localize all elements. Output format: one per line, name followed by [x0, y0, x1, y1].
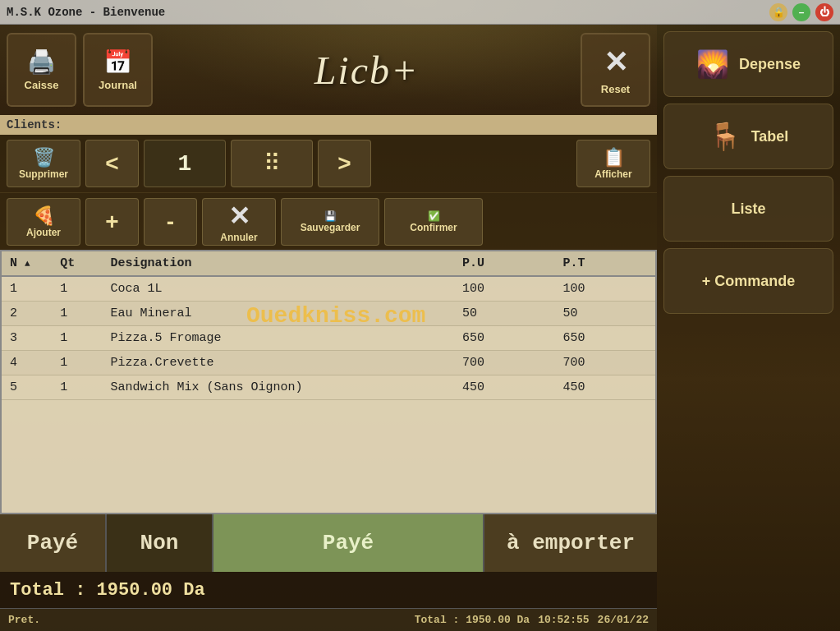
cell-designation: Pizza.5 Fromage	[102, 326, 454, 351]
col-header-qt[interactable]: Qt	[52, 251, 102, 276]
sauvegarder-button[interactable]: 💾 Sauvegarder	[281, 198, 379, 246]
title-bar-buttons: 🔒 – ⏻	[769, 3, 833, 21]
supprimer-button[interactable]: 🗑️ Supprimer	[7, 140, 80, 187]
clients-label: Clients:	[7, 118, 62, 131]
cell-pt: 700	[555, 351, 656, 375]
annuler-x-icon: ✕	[228, 200, 250, 232]
cell-n: 5	[2, 375, 52, 400]
client-number: 1	[144, 140, 226, 187]
close-button[interactable]: ⏻	[815, 3, 833, 21]
sauvegarder-label: Sauvegarder	[301, 222, 360, 233]
annuler-button[interactable]: ✕ Annuler	[202, 198, 276, 246]
minus-icon: -	[167, 209, 174, 235]
paye2-button[interactable]: Payé	[213, 514, 484, 572]
lock-button[interactable]: 🔒	[769, 3, 787, 21]
tabel-icon: 🪑	[709, 121, 741, 152]
emporter-label: à emporter	[507, 531, 635, 555]
grid-button[interactable]: ⠿	[231, 140, 313, 187]
save-icon: 💾	[324, 210, 337, 222]
ajouter-button[interactable]: 🍕 Ajouter	[7, 198, 80, 246]
trash-icon: 🗑️	[33, 147, 55, 168]
table-row[interactable]: 3 1 Pizza.5 Fromage 650 650	[2, 326, 655, 351]
total-amount: Total : 1950.00 Da	[10, 580, 205, 601]
confirmer-button[interactable]: ✅ Confirmer	[384, 198, 483, 246]
cell-designation: Coca 1L	[102, 276, 454, 302]
commande-button[interactable]: + Commande	[663, 248, 833, 314]
prev-icon: <	[105, 150, 118, 177]
payment-row: Payé Non Payé à emporter	[0, 514, 657, 572]
table-area: N ▲ Qt Designation P.U P.T 1 1 Coca 1L 1…	[0, 250, 657, 514]
supprimer-label: Supprimer	[19, 168, 68, 180]
col-header-des[interactable]: Designation	[102, 251, 454, 276]
left-panel: 🖨️ Caisse 📅 Journal Licb+ ✕ Reset Client…	[0, 25, 657, 631]
prev-button[interactable]: <	[85, 140, 139, 187]
journal-icon: 📅	[103, 48, 132, 76]
cell-n: 2	[2, 302, 52, 326]
cell-n: 3	[2, 326, 52, 351]
depense-icon: 🌄	[696, 48, 729, 80]
app-title: Licb+	[159, 48, 574, 93]
reset-label: Reset	[601, 83, 630, 95]
ajouter-label: Ajouter	[26, 227, 61, 238]
right-panel: 🌄 Depense 🪑 Tabel Liste + Commande	[657, 25, 840, 631]
cell-pu: 50	[454, 302, 554, 326]
table-row[interactable]: 2 1 Eau Mineral 50 50	[2, 302, 655, 326]
depense-label: Depense	[739, 56, 801, 73]
reset-button[interactable]: ✕ Reset	[581, 33, 650, 107]
paye1-button[interactable]: Payé	[0, 514, 107, 572]
non-button[interactable]: Non	[107, 514, 213, 572]
cell-qt: 1	[52, 302, 102, 326]
cell-pt: 100	[555, 276, 656, 302]
main-content: 🖨️ Caisse 📅 Journal Licb+ ✕ Reset Client…	[0, 25, 840, 631]
status-total: Total : 1950.00 Da	[415, 614, 530, 626]
table-row[interactable]: 1 1 Coca 1L 100 100	[2, 276, 655, 302]
plus-button[interactable]: +	[85, 198, 139, 246]
afficher-button[interactable]: 📋 Afficher	[576, 140, 650, 187]
next-button[interactable]: >	[318, 140, 371, 187]
depense-button[interactable]: 🌄 Depense	[663, 31, 833, 97]
tabel-button[interactable]: 🪑 Tabel	[663, 104, 833, 169]
data-table: N ▲ Qt Designation P.U P.T 1 1 Coca 1L 1…	[2, 251, 655, 400]
cell-n: 4	[2, 351, 52, 375]
liste-button[interactable]: Liste	[663, 176, 833, 242]
annuler-label: Annuler	[220, 232, 257, 243]
cell-pu: 650	[454, 326, 554, 351]
sort-arrow-n: ▲	[25, 259, 30, 269]
plus-icon: +	[105, 209, 118, 235]
confirm-icon: ✅	[428, 210, 440, 222]
paye1-label: Payé	[27, 531, 78, 555]
reset-x-icon: ✕	[604, 45, 628, 80]
commande-label: + Commande	[702, 273, 796, 290]
cell-qt: 1	[52, 326, 102, 351]
app-title-bar: M.S.K Ozone - Bienvenue	[7, 6, 165, 19]
liste-label: Liste	[731, 200, 765, 218]
ajouter-icon: 🍕	[33, 205, 55, 227]
cell-pu: 100	[454, 276, 554, 302]
col-header-pt[interactable]: P.T	[555, 251, 656, 276]
cell-qt: 1	[52, 375, 102, 400]
col-header-pu[interactable]: P.U	[454, 251, 554, 276]
tabel-label: Tabel	[751, 128, 789, 145]
pret-status: Pret.	[8, 614, 40, 626]
table-row[interactable]: 4 1 Pizza.Crevette 700 700	[2, 351, 655, 375]
journal-label: Journal	[99, 79, 137, 91]
status-date: 26/01/22	[598, 614, 649, 626]
afficher-icon: 📋	[603, 147, 625, 168]
caisse-icon: 🖨️	[27, 48, 56, 76]
journal-button[interactable]: 📅 Journal	[83, 33, 153, 107]
minus-button[interactable]: -	[144, 198, 197, 246]
cell-designation: Sandwich Mix (Sans Oignon)	[102, 375, 454, 400]
non-label: Non	[140, 531, 179, 555]
minimize-button[interactable]: –	[792, 3, 810, 21]
col-header-n[interactable]: N ▲	[2, 251, 52, 276]
cell-pu: 700	[454, 351, 554, 375]
table-row[interactable]: 5 1 Sandwich Mix (Sans Oignon) 450 450	[2, 375, 655, 400]
toolbar-row2: 🍕 Ajouter + - ✕ Annuler 💾 Sauvegarder ✅ …	[0, 192, 657, 250]
afficher-label: Afficher	[594, 168, 631, 180]
total-row: Total : 1950.00 Da	[0, 572, 657, 608]
emporter-button[interactable]: à emporter	[484, 514, 657, 572]
clients-row: Clients:	[0, 115, 657, 135]
confirmer-label: Confirmer	[410, 222, 457, 233]
caisse-label: Caisse	[25, 79, 59, 91]
caisse-button[interactable]: 🖨️ Caisse	[7, 33, 76, 107]
